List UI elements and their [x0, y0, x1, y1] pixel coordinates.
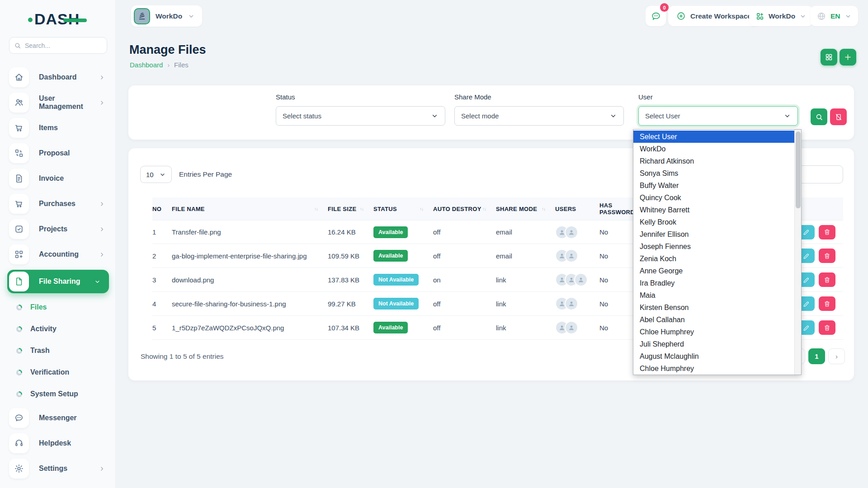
column-header-label: STATUS — [373, 206, 397, 212]
delete-file-button[interactable] — [819, 320, 835, 335]
sort-icon[interactable]: ↑↓ — [482, 206, 486, 211]
page-1-button[interactable]: 1 — [808, 348, 825, 364]
share-mode-select-value: Select mode — [461, 112, 499, 120]
user-option-buffy-walter-4[interactable]: Buffy Walter — [633, 179, 795, 192]
sidebar-item-projects[interactable]: Projects — [9, 219, 109, 239]
user-option-joseph-fiennes-9[interactable]: Joseph Fiennes — [633, 240, 795, 253]
workspace-avatar — [134, 8, 150, 24]
user-option-ira-bradley-12[interactable]: Ira Bradley — [633, 277, 795, 289]
chevron-down-icon — [799, 13, 807, 20]
status-select[interactable]: Select status — [276, 106, 445, 126]
sidebar-item-label: Helpdesk — [39, 439, 71, 447]
cell-no: 1 — [152, 228, 172, 236]
delete-file-button[interactable] — [819, 296, 835, 311]
sort-icon[interactable]: ↑↓ — [420, 206, 423, 211]
cell-auto-destroy: off — [433, 252, 496, 260]
user-option-quincy-cook-5[interactable]: Quincy Cook — [633, 192, 795, 204]
sidebar-item-invoice[interactable]: Invoice — [9, 169, 109, 188]
status-filter-label: Status — [276, 93, 445, 101]
sidebar-item-file-sharing[interactable]: File Sharing — [7, 270, 109, 293]
user-option-anne-george-11[interactable]: Anne George — [633, 265, 795, 277]
delete-file-button[interactable] — [819, 225, 835, 239]
sidebar-item-messenger[interactable]: Messenger — [9, 408, 109, 428]
share-mode-select[interactable]: Select mode — [454, 106, 624, 126]
column-header-share-mode[interactable]: SHARE MODE↑↓ — [496, 206, 555, 212]
messages-button[interactable]: 0 — [646, 6, 666, 26]
user-option-august-mclaughlin-18[interactable]: August Mclaughlin — [633, 350, 795, 362]
grid-view-button[interactable] — [821, 49, 837, 66]
next-page-button[interactable]: › — [828, 348, 845, 364]
user-option-zenia-koch-10[interactable]: Zenia Koch — [633, 253, 795, 265]
sort-icon[interactable]: ↑↓ — [360, 206, 363, 211]
create-workspace-button[interactable]: Create Workspace — [668, 6, 760, 26]
sidebar-item-settings[interactable]: Settings — [9, 459, 109, 479]
dropdown-scrollbar[interactable] — [794, 130, 801, 375]
workspace-switcher[interactable]: WorkDo — [749, 6, 813, 26]
user-option-sonya-sims-3[interactable]: Sonya Sims — [633, 167, 795, 179]
reset-filter-button[interactable] — [830, 108, 847, 125]
sidebar-item-dashboard[interactable]: Dashboard — [9, 67, 109, 87]
logo-dot-icon — [28, 18, 33, 22]
delete-file-button[interactable] — [819, 249, 835, 263]
dropdown-scrollbar-thumb[interactable] — [796, 131, 801, 208]
breadcrumb-dashboard-link[interactable]: Dashboard — [130, 61, 163, 69]
user-option-kelly-brook-7[interactable]: Kelly Brook — [633, 216, 795, 228]
user-option-abel-callahan-15[interactable]: Abel Callahan — [633, 314, 795, 326]
user-option-select-user-0[interactable]: Select User — [633, 131, 795, 143]
sidebar-subitem-activity[interactable]: Activity — [16, 321, 108, 337]
sidebar-subitem-label: Trash — [30, 347, 50, 355]
sort-icon[interactable]: ↑↓ — [314, 206, 318, 211]
sidebar-subitem-trash[interactable]: Trash — [16, 343, 108, 358]
delete-file-button[interactable] — [819, 272, 835, 287]
add-file-button[interactable] — [840, 49, 856, 66]
user-avatar-icon — [565, 297, 578, 310]
cell-share-mode: email — [496, 252, 555, 260]
user-option-juli-shepherd-17[interactable]: Juli Shepherd — [633, 338, 795, 350]
user-avatar-icon — [565, 249, 578, 263]
column-header-file-size[interactable]: FILE SIZE↑↓ — [328, 206, 373, 212]
user-select[interactable]: Select User — [638, 106, 798, 126]
sidebar-subitem-files[interactable]: Files — [16, 300, 108, 315]
users-avatars — [555, 321, 599, 334]
entries-per-page-select[interactable]: 10 — [140, 166, 172, 183]
file-icon — [9, 272, 29, 291]
sidebar-item-accounting[interactable]: Accounting — [9, 244, 109, 264]
cell-auto-destroy: off — [433, 324, 496, 332]
apply-filter-button[interactable] — [811, 108, 827, 125]
search-icon — [815, 113, 823, 121]
breadcrumb-current: Files — [174, 61, 189, 69]
cell-file-name: ga-blog-implement-enterprise-file-sharin… — [172, 252, 328, 260]
sidebar-subitem-verification[interactable]: Verification — [16, 365, 108, 380]
sort-icon[interactable]: ↑↓ — [542, 206, 545, 211]
cart-icon — [9, 194, 29, 214]
sidebar-item-items[interactable]: Items — [9, 118, 109, 138]
sidebar-item-proposal[interactable]: Proposal — [9, 143, 109, 163]
sidebar-item-user-management[interactable]: User Management — [9, 93, 109, 113]
user-option-chloe-humphrey-16[interactable]: Chloe Humphrey — [633, 326, 795, 338]
language-code: EN — [830, 12, 840, 20]
user-option-maia-13[interactable]: Maia — [633, 289, 795, 301]
user-option-chloe-humphrey-19[interactable]: Chloe Humphrey — [633, 362, 795, 375]
grid-plus-icon — [755, 12, 764, 21]
entries-per-page-value: 10 — [146, 171, 154, 178]
user-option-richard-atkinson-2[interactable]: Richard Atkinson — [633, 155, 795, 167]
user-option-workdo-1[interactable]: WorkDo — [633, 143, 795, 155]
column-header-status[interactable]: STATUS↑↓ — [373, 206, 433, 212]
sidebar-item-purchases[interactable]: Purchases — [9, 194, 109, 214]
user-avatar-icon — [565, 321, 578, 334]
chevron-right-icon — [99, 251, 105, 258]
sidebar-search-input[interactable] — [25, 42, 97, 49]
sidebar-subitem-system-setup[interactable]: System Setup — [16, 386, 108, 402]
language-selector[interactable]: EN — [810, 6, 858, 26]
column-header-file-name[interactable]: FILE NAME↑↓ — [172, 206, 328, 212]
user-option-whitney-barrett-6[interactable]: Whitney Barrett — [633, 204, 795, 216]
user-option-jennifer-ellison-8[interactable]: Jennifer Ellison — [633, 228, 795, 240]
column-header-auto-destroy[interactable]: AUTO DESTROY↑↓ — [433, 206, 496, 212]
workspace-button[interactable]: WorkDo — [131, 5, 202, 27]
user-option-kirsten-benson-14[interactable]: Kirsten Benson — [633, 301, 795, 314]
sidebar-item-helpdesk[interactable]: Helpdesk — [9, 433, 109, 453]
cell-file-size: 107.34 KB — [328, 324, 373, 332]
column-header-label: USERS — [555, 206, 576, 212]
breadcrumb: Dashboard › Files — [130, 61, 189, 69]
sidebar-search[interactable] — [9, 37, 107, 54]
